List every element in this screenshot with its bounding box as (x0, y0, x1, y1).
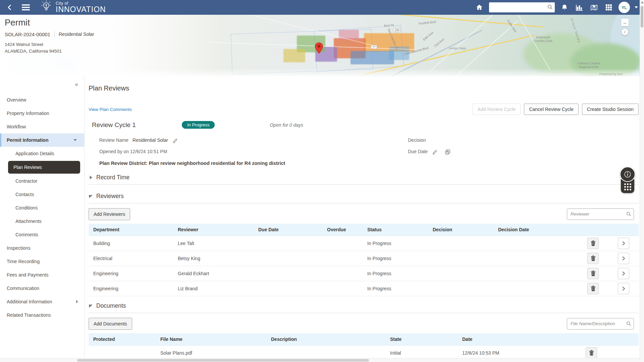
sidebar-item-permit-information[interactable]: Permit Information (0, 133, 84, 147)
page-info-button[interactable] (620, 167, 635, 182)
document-search-input[interactable] (567, 318, 634, 329)
search-icon[interactable] (547, 4, 553, 11)
due-date-label: Due Date (408, 149, 428, 154)
sidebar-item-attachments[interactable]: Attachments (0, 215, 84, 228)
sidebar-item-label: Comments (15, 232, 38, 237)
notifications-bell-icon[interactable] (559, 2, 570, 12)
add-review-cycle-button[interactable]: Add Review Cycle (473, 104, 521, 115)
sidebar-item-plan-reviews[interactable]: Plan Reviews (8, 161, 80, 174)
delete-reviewer-button[interactable] (587, 253, 599, 264)
sidebar-item-application-details[interactable]: Application Details (0, 147, 84, 160)
route-shield: 185 (393, 28, 401, 32)
col-header: Overdue (322, 227, 363, 232)
grid-dots-icon (624, 183, 631, 190)
open-reviewer-chevron-button[interactable] (618, 238, 629, 249)
vertical-scrollbar[interactable] (640, 0, 644, 362)
sidebar-item-comments[interactable]: Comments (0, 228, 84, 241)
global-search-input[interactable] (489, 2, 555, 12)
review-name-row: Review Name Residential Solar (99, 137, 408, 143)
col-header: Reviewer (173, 227, 254, 232)
sidebar-collapse-icon[interactable]: « (75, 81, 78, 88)
sidebar-item-fees-and-payments[interactable]: Fees and Payments (0, 268, 84, 282)
documents-section-header[interactable]: Documents (89, 302, 639, 313)
user-avatar[interactable]: YL (619, 2, 630, 13)
sidebar-item-label: Related Transactions (7, 312, 51, 318)
delete-document-button[interactable] (586, 347, 597, 359)
due-date-calendar-icon[interactable] (445, 149, 450, 155)
search-icon[interactable] (626, 321, 632, 328)
cell-department: Electrical (89, 256, 173, 261)
sidebar-item-label: Property Information (7, 111, 49, 116)
edit-review-name-pencil-icon[interactable] (173, 138, 178, 143)
sidebar-item-property-information[interactable]: Property Information (0, 107, 84, 120)
cell-status: In Progress (363, 286, 428, 291)
add-documents-button[interactable]: Add Documents (89, 318, 132, 330)
map-icon[interactable] (589, 2, 599, 12)
open-for-text: Open for 0 days (270, 122, 303, 128)
add-reviewers-button[interactable]: Add Reviewers (89, 208, 130, 220)
apps-grid-icon[interactable] (604, 2, 614, 12)
open-reviewer-chevron-button[interactable] (618, 268, 629, 279)
cell-status: In Progress (363, 256, 428, 261)
map-area-label: Sequoyah Country Club (530, 36, 556, 43)
sidebar-item-communication[interactable]: Communication (0, 282, 84, 295)
cell-status: In Progress (363, 271, 428, 276)
sidebar-item-label: Application Details (15, 151, 54, 156)
sidebar-item-label: Inspections (7, 245, 31, 251)
cell-department: Engineering (89, 271, 173, 276)
location-pin-icon[interactable] (315, 42, 323, 56)
chevron-down-icon (73, 139, 77, 141)
cell-reviewer: Gerald Eckhart (173, 271, 254, 276)
scroll-up-arrow-icon[interactable] (641, 1, 644, 3)
back-icon[interactable] (5, 2, 15, 12)
col-header: Due Date (254, 227, 322, 232)
view-plan-comments-link[interactable]: View Plan Comments (89, 107, 132, 112)
map-zoom-out-button[interactable]: – (621, 19, 629, 26)
user-menu-caret-icon[interactable] (635, 6, 638, 8)
delete-reviewer-button[interactable] (587, 238, 599, 249)
reviewer-row[interactable]: Electrical Betsy King In Progress (89, 251, 639, 266)
horizontal-scrollbar[interactable] (0, 358, 640, 362)
sidebar-item-additional-information[interactable]: Additional Information (0, 295, 84, 308)
plan-review-district-text: Plan Review District: Plan review neighb… (99, 161, 639, 166)
left-sidebar: « Overview Property Information Workflow… (0, 76, 85, 362)
record-time-section-header[interactable]: Record Time (89, 174, 639, 185)
search-icon[interactable] (626, 211, 632, 218)
cancel-review-cycle-button[interactable]: Cancel Review Cycle (524, 104, 578, 115)
map[interactable]: Bert St Foothill Blvd International Blvd… (0, 15, 644, 76)
delete-reviewer-button[interactable] (587, 283, 599, 294)
sidebar-item-contractor[interactable]: Contractor (0, 174, 84, 188)
reviewer-row[interactable]: Building Lee Talt In Progress (89, 236, 639, 251)
open-reviewer-chevron-button[interactable] (618, 283, 629, 294)
reviewer-row[interactable]: Engineering Gerald Eckhart In Progress (89, 266, 639, 281)
vertical-scrollbar-thumb[interactable] (641, 6, 643, 27)
edit-due-date-pencil-icon[interactable] (432, 149, 437, 155)
map-street-label: 64th Ave (422, 31, 434, 41)
sidebar-item-label: Communication (7, 286, 39, 291)
map-road (396, 15, 543, 27)
sidebar-item-time-recording[interactable]: Time Recording (0, 255, 84, 268)
opened-row: Opened by on 12/6/24 10:51 PM (99, 149, 408, 155)
hamburger-menu-icon[interactable] (21, 2, 31, 12)
analytics-bar-chart-icon[interactable] (574, 2, 584, 12)
delete-reviewer-button[interactable] (587, 268, 599, 279)
home-icon[interactable] (474, 2, 484, 12)
col-header: State (385, 337, 458, 342)
map-park (570, 43, 641, 76)
reviewer-search-input[interactable] (567, 208, 634, 220)
sidebar-item-overview[interactable]: Overview (0, 93, 84, 107)
cell-state: Initial (385, 350, 458, 356)
horizontal-scrollbar-thumb[interactable] (77, 359, 369, 362)
reviewers-section-header[interactable]: Reviewers (89, 193, 639, 203)
sidebar-item-contacts[interactable]: Contacts (0, 188, 84, 201)
record-time-title: Record Time (96, 174, 129, 181)
sidebar-item-related-transactions[interactable]: Related Transactions (0, 308, 84, 322)
sidebar-item-inspections[interactable]: Inspections (0, 241, 84, 255)
map-info-button[interactable]: i (621, 28, 629, 36)
sidebar-item-conditions[interactable]: Conditions (0, 201, 84, 215)
create-studio-session-button[interactable]: Create Studio Session (582, 104, 639, 115)
documents-title: Documents (96, 302, 126, 309)
reviewer-row[interactable]: Engineering Liz Brand In Progress (89, 281, 639, 296)
sidebar-item-workflow[interactable]: Workflow (0, 120, 84, 133)
open-reviewer-chevron-button[interactable] (618, 253, 629, 264)
